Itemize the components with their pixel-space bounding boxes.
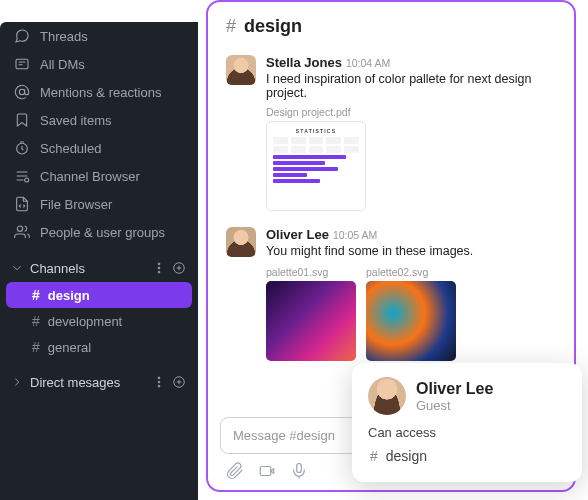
nav-channel-browser[interactable]: Channel Browser — [0, 162, 198, 190]
channel-browser-icon — [14, 168, 30, 184]
doc-title: STATISTICS — [273, 128, 359, 134]
dms-section-header[interactable]: Direct mesages — [0, 366, 198, 396]
avatar[interactable] — [226, 55, 256, 85]
channel-general[interactable]: # general — [6, 334, 192, 360]
channels-section-header[interactable]: Channels — [0, 252, 198, 282]
nav-mentions[interactable]: Mentions & reactions — [0, 78, 198, 106]
svg-rect-13 — [260, 467, 271, 476]
popover-access-label: Can access — [368, 425, 566, 440]
svg-point-9 — [158, 377, 160, 379]
attachment-icon[interactable] — [226, 462, 244, 480]
attachment-doc-thumb[interactable]: STATISTICS — [266, 121, 366, 211]
channel-label: development — [48, 314, 122, 329]
message-time: 10:05 AM — [333, 229, 377, 241]
channel-development[interactable]: # development — [6, 308, 192, 334]
hash-icon: # — [226, 16, 236, 37]
attachment-label: palette02.svg — [366, 266, 456, 278]
attachment-image-thumb[interactable] — [366, 281, 456, 361]
svg-point-6 — [158, 267, 160, 269]
message: Oliver Lee 10:05 AM You might find some … — [208, 219, 574, 369]
chat-title: design — [244, 16, 302, 37]
message-author[interactable]: Stella Jones — [266, 55, 342, 70]
section-label: Channels — [30, 261, 146, 276]
svg-point-4 — [17, 226, 22, 231]
add-icon[interactable] — [172, 374, 186, 390]
more-icon[interactable] — [152, 375, 166, 389]
channel-label: general — [48, 340, 91, 355]
message-text: I need inspiration of color pallete for … — [266, 72, 556, 100]
people-icon — [14, 224, 30, 240]
nav-label: People & user groups — [40, 225, 184, 240]
popover-user-role: Guest — [416, 398, 493, 413]
bookmark-icon — [14, 112, 30, 128]
nav-label: File Browser — [40, 197, 184, 212]
svg-point-1 — [19, 89, 24, 94]
nav-threads[interactable]: Threads — [0, 22, 198, 50]
chevron-down-icon — [10, 261, 24, 275]
message: Stella Jones 10:04 AM I need inspiration… — [208, 47, 574, 219]
user-popover: Oliver Lee Guest Can access # design — [352, 363, 582, 482]
nav-all-dms[interactable]: All DMs — [0, 50, 198, 78]
hash-icon: # — [32, 339, 40, 355]
channel-label: design — [48, 288, 90, 303]
file-browser-icon — [14, 196, 30, 212]
svg-point-7 — [158, 271, 160, 273]
hash-icon: # — [32, 313, 40, 329]
svg-point-3 — [25, 178, 29, 182]
message-time: 10:04 AM — [346, 57, 390, 69]
attachment-label: Design project.pdf — [266, 106, 556, 118]
section-label: Direct mesages — [30, 375, 146, 390]
svg-point-5 — [158, 263, 160, 265]
channel-design[interactable]: # design — [6, 282, 192, 308]
hash-icon: # — [370, 448, 378, 464]
nav-label: Threads — [40, 29, 184, 44]
popover-channel[interactable]: # design — [368, 444, 566, 468]
avatar[interactable] — [226, 227, 256, 257]
sidebar: Threads All DMs Mentions & reactions Sav… — [0, 22, 198, 500]
message-text: You might find some in these images. — [266, 244, 556, 258]
message-author[interactable]: Oliver Lee — [266, 227, 329, 242]
nav-saved[interactable]: Saved items — [0, 106, 198, 134]
add-icon[interactable] — [172, 260, 186, 276]
popover-channel-name: design — [386, 448, 427, 464]
svg-rect-14 — [297, 464, 302, 473]
clock-icon — [14, 140, 30, 156]
dms-icon — [14, 56, 30, 72]
more-icon[interactable] — [152, 261, 166, 275]
hash-icon: # — [32, 287, 40, 303]
nav-label: Scheduled — [40, 141, 184, 156]
video-icon[interactable] — [258, 462, 276, 480]
microphone-icon[interactable] — [290, 462, 308, 480]
chat-header[interactable]: # design — [208, 2, 574, 47]
nav-label: Mentions & reactions — [40, 85, 184, 100]
nav-scheduled[interactable]: Scheduled — [0, 134, 198, 162]
nav-people[interactable]: People & user groups — [0, 218, 198, 246]
svg-rect-0 — [16, 59, 28, 68]
threads-icon — [14, 28, 30, 44]
svg-point-10 — [158, 381, 160, 383]
nav-label: Saved items — [40, 113, 184, 128]
chevron-right-icon — [10, 375, 24, 389]
nav-label: All DMs — [40, 57, 184, 72]
svg-point-11 — [158, 385, 160, 387]
popover-user-name: Oliver Lee — [416, 380, 493, 398]
at-icon — [14, 84, 30, 100]
attachment-image-thumb[interactable] — [266, 281, 356, 361]
nav-label: Channel Browser — [40, 169, 184, 184]
attachment-label: palette01.svg — [266, 266, 356, 278]
avatar[interactable] — [368, 377, 406, 415]
nav-file-browser[interactable]: File Browser — [0, 190, 198, 218]
